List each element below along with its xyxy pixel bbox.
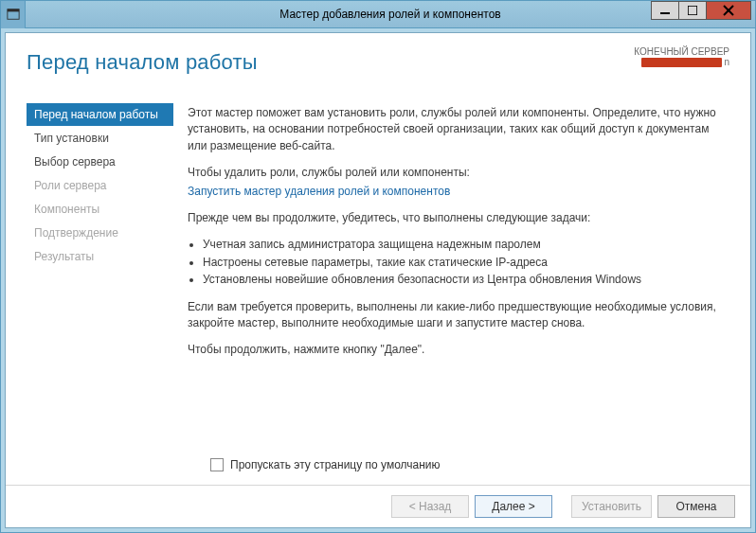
skip-checkbox[interactable] [210, 458, 224, 471]
window-controls [652, 1, 751, 22]
task-item: Учетная запись администратора защищена н… [203, 237, 729, 253]
nav-step-before-you-begin[interactable]: Перед началом работы [27, 103, 173, 126]
cancel-button[interactable]: Отмена [657, 495, 735, 518]
remove-roles-link[interactable]: Запустить мастер удаления ролей и компон… [188, 185, 450, 198]
nav-step-confirmation: Подтверждение [27, 222, 173, 244]
advice-text: Если вам требуется проверить, выполнены … [188, 299, 729, 332]
back-button: < Назад [391, 495, 469, 518]
window-title: Мастер добавления ролей и компонентов [26, 8, 755, 21]
continue-text: Чтобы продолжить, нажмите кнопку "Далее"… [188, 342, 729, 358]
skip-row: Пропускать эту страницу по умолчанию [6, 458, 750, 485]
page-title: Перед началом работы [27, 50, 729, 75]
svg-rect-2 [660, 12, 670, 14]
svg-rect-1 [7, 9, 18, 12]
nav-step-server-roles: Роли сервера [27, 174, 173, 197]
nav-step-installation-type[interactable]: Тип установки [27, 127, 173, 150]
install-button: Установить [571, 495, 652, 518]
wizard-body: Перед началом работы Тип установки Выбор… [6, 103, 750, 458]
remove-intro-text: Чтобы удалить роли, службы ролей или ком… [188, 165, 729, 181]
redacted-server-name [641, 58, 722, 67]
destination-server-label: КОНЕЧНЫЙ СЕРВЕР [634, 46, 729, 57]
skip-label[interactable]: Пропускать эту страницу по умолчанию [230, 458, 441, 471]
wizard-content: Этот мастер поможет вам установить роли,… [176, 103, 750, 458]
maximize-button[interactable] [678, 1, 707, 20]
intro-text: Этот мастер поможет вам установить роли,… [188, 105, 729, 154]
destination-server-name: n [634, 57, 729, 67]
next-button[interactable]: Далее > [475, 495, 552, 518]
destination-server: КОНЕЧНЫЙ СЕРВЕР n [634, 46, 729, 67]
nav-step-results: Результаты [27, 245, 173, 268]
wizard-window: Мастер добавления ролей и компонентов Пе… [0, 0, 756, 533]
tasks-list: Учетная запись администратора защищена н… [188, 237, 729, 288]
client-area: Перед началом работы КОНЕЧНЫЙ СЕРВЕР n П… [5, 32, 751, 528]
svg-rect-3 [688, 6, 697, 15]
wizard-header: Перед началом работы КОНЕЧНЫЙ СЕРВЕР n [6, 33, 750, 103]
system-menu-icon[interactable] [1, 1, 26, 28]
wizard-footer: < Назад Далее > Установить Отмена [6, 485, 750, 527]
close-button[interactable] [706, 1, 751, 20]
task-item: Настроены сетевые параметры, такие как с… [203, 255, 729, 271]
titlebar[interactable]: Мастер добавления ролей и компонентов [1, 1, 755, 28]
minimize-button[interactable] [651, 1, 679, 20]
tasks-intro-text: Прежде чем вы продолжите, убедитесь, что… [188, 210, 729, 226]
task-item: Установлены новейшие обновления безопасн… [203, 272, 729, 288]
nav-step-features: Компоненты [27, 198, 173, 221]
nav-step-server-selection[interactable]: Выбор сервера [27, 151, 173, 173]
wizard-nav: Перед началом работы Тип установки Выбор… [6, 103, 176, 458]
